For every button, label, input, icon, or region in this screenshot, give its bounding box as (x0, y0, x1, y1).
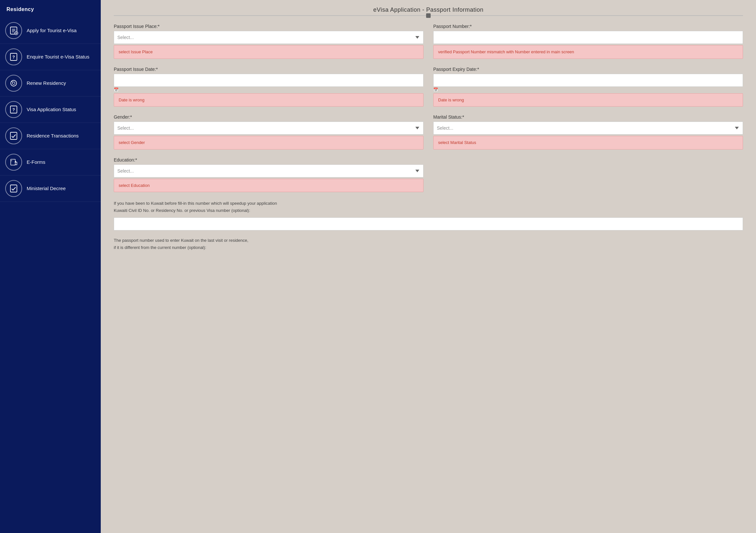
sidebar-item-visa-application-status[interactable]: ? Visa Application Status (0, 96, 101, 123)
passport-number-error: verified Passport Number mismatch with N… (433, 45, 743, 59)
sidebar-item-renew-residency[interactable]: Renew Residency (0, 70, 101, 96)
sidebar: Residency Apply for Tourist e-Visa ? Enq… (0, 0, 101, 533)
optional-note-civil-id: If you have been to Kuwait before fill-i… (114, 200, 743, 214)
gender-error: select Gender (114, 136, 423, 149)
passport-issue-date-input[interactable] (114, 74, 423, 87)
sidebar-label-enquire-tourist-evisa: Enquire Tourist e-Visa Status (27, 54, 89, 60)
form-group-gender: Gender:* Select... Male Female select Ge… (114, 114, 423, 149)
marital-status-label: Marital Status:* (433, 114, 743, 120)
passport-issue-place-label: Passport Issue Place:* (114, 24, 423, 29)
education-label: Education:* (114, 157, 423, 163)
title-underline (114, 15, 743, 16)
enquire-tourist-evisa-icon: ? (5, 48, 22, 65)
sidebar-label-visa-application-status: Visa Application Status (27, 106, 76, 113)
sidebar-item-residence-transactions[interactable]: Residence Transactions (0, 123, 101, 149)
sidebar-label-apply-tourist-evisa: Apply for Tourist e-Visa (27, 27, 77, 34)
page-title-bar: eVisa Application - Passport Information (114, 7, 743, 16)
form-row-passport-top: Passport Issue Place:* Select... select … (114, 24, 743, 59)
optional-note-last-passport: The passport number used to enter Kuwait… (114, 237, 743, 251)
sidebar-label-renew-residency: Renew Residency (27, 80, 66, 87)
ministerial-decree-icon (5, 180, 22, 197)
education-select[interactable]: Select... Primary Secondary Bachelor Mas… (114, 165, 423, 177)
main-content: eVisa Application - Passport Information… (101, 0, 756, 533)
form-group-passport-number: Passport Number:* verified Passport Numb… (433, 24, 743, 59)
passport-expiry-date-error: Date is wrong (433, 93, 743, 107)
svg-rect-18 (11, 185, 17, 192)
form-row-education: Education:* Select... Primary Secondary … (114, 157, 743, 192)
passport-number-label: Passport Number:* (433, 24, 743, 29)
page-title: eVisa Application - Passport Information (114, 7, 743, 13)
passport-issue-place-error: select Issue Place (114, 45, 423, 59)
passport-issue-place-select[interactable]: Select... (114, 31, 423, 44)
svg-point-9 (11, 80, 16, 86)
sidebar-label-e-forms: E-Forms (27, 159, 45, 165)
svg-rect-14 (11, 132, 17, 140)
sidebar-item-enquire-tourist-evisa[interactable]: ? Enquire Tourist e-Visa Status (0, 44, 101, 70)
residence-transactions-icon (5, 127, 22, 144)
sidebar-item-e-forms[interactable]: e- E-Forms (0, 149, 101, 175)
sidebar-label-residence-transactions: Residence Transactions (27, 133, 79, 139)
svg-text:e-: e- (11, 160, 13, 162)
gender-select[interactable]: Select... Male Female (114, 121, 423, 135)
form-group-education: Education:* Select... Primary Secondary … (114, 157, 423, 192)
svg-point-10 (13, 82, 15, 85)
passport-expiry-date-label: Passport Expiry Date:* (433, 67, 743, 72)
form-group-passport-issue-date: Passport Issue Date:* 📅 Date is wrong (114, 67, 423, 107)
form-group-passport-expiry-date: Passport Expiry Date:* 📅 Date is wrong (433, 67, 743, 107)
calendar-icon-expiry[interactable]: 📅 (433, 88, 743, 92)
e-forms-icon: e- (5, 154, 22, 171)
sidebar-item-apply-tourist-evisa[interactable]: Apply for Tourist e-Visa (0, 17, 101, 44)
civil-id-input[interactable] (114, 217, 743, 230)
form-group-marital-status: Marital Status:* Select... Single Marrie… (433, 114, 743, 149)
marital-status-error: select Marital Status (433, 136, 743, 149)
svg-text:?: ? (13, 107, 15, 112)
calendar-icon-issue[interactable]: 📅 (114, 88, 423, 92)
form-group-passport-issue-place: Passport Issue Place:* Select... select … (114, 24, 423, 59)
gender-label: Gender:* (114, 114, 423, 120)
education-error: select Education (114, 179, 423, 192)
sidebar-header: Residency (0, 3, 101, 17)
passport-issue-date-error: Date is wrong (114, 93, 423, 107)
marital-status-select[interactable]: Select... Single Married (433, 121, 743, 135)
passport-expiry-date-input[interactable] (433, 74, 743, 87)
passport-number-input[interactable] (433, 31, 743, 44)
visa-application-status-icon: ? (5, 101, 22, 118)
passport-issue-date-label: Passport Issue Date:* (114, 67, 423, 72)
svg-text:?: ? (13, 55, 15, 60)
form-row-passport-dates: Passport Issue Date:* 📅 Date is wrong Pa… (114, 67, 743, 107)
renew-residency-icon (5, 75, 22, 92)
sidebar-label-ministerial-decree: Ministerial Decree (27, 185, 66, 192)
sidebar-item-ministerial-decree[interactable]: Ministerial Decree (0, 175, 101, 202)
svg-line-11 (12, 81, 13, 82)
apply-tourist-evisa-icon (5, 22, 22, 39)
form-row-gender-marital: Gender:* Select... Male Female select Ge… (114, 114, 743, 149)
